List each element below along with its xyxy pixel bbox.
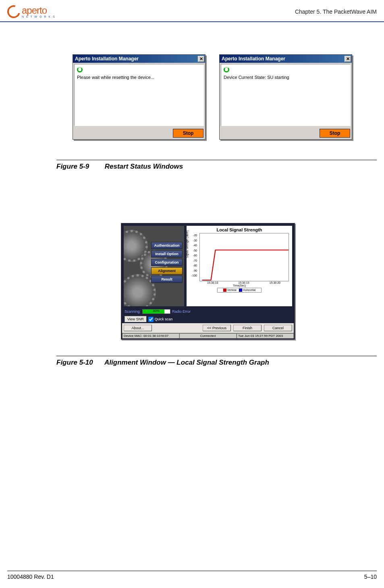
quick-scan-checkbox[interactable]: Quick scan (148, 317, 173, 322)
stop-button[interactable]: Stop (173, 129, 203, 138)
chart-line-icon (200, 233, 289, 281)
titlebar[interactable]: Aperto Installation Manager ✕ (220, 55, 352, 63)
figure-number: Figure 5-10 (56, 359, 103, 367)
dialog-title: Aperto Installation Manager (222, 56, 285, 62)
quick-scan-input[interactable] (148, 317, 154, 322)
close-icon[interactable]: ✕ (198, 56, 204, 62)
restart-dialog-b: Aperto Installation Manager ✕ Device Cur… (219, 54, 352, 140)
dialog-message: Please wait while resetting the device..… (77, 75, 201, 80)
scan-row: Scanning: 80% Radio Error (122, 308, 294, 315)
close-icon[interactable]: ✕ (345, 56, 351, 62)
dialog-message: Device Current State: SU starting (224, 75, 348, 80)
restart-dialog-a: Aperto Installation Manager ✕ Please wai… (73, 54, 205, 140)
figure-5-10-caption: Figure 5-10 Alignment Window — Local Sig… (56, 359, 377, 367)
doc-revision: 10004880 Rev. D1 (7, 574, 54, 580)
stop-button[interactable]: Stop (320, 129, 350, 138)
figure-rule (56, 160, 377, 160)
status-bar: Device MAC: 00:01:36:10:fd:07 Connected … (122, 333, 294, 338)
spinner-icon (224, 67, 229, 72)
figure-rule (56, 356, 377, 356)
nav-authentication[interactable]: Authentication (151, 242, 183, 249)
logo-swoosh-icon (5, 3, 23, 21)
previous-button[interactable]: << Previous (203, 325, 231, 331)
dialog-body: Please wait while resetting the device..… (74, 64, 204, 126)
alignment-window: Authentication Install Option Configurat… (121, 223, 295, 340)
dialog-title: Aperto Installation Manager (75, 56, 139, 62)
nav-result[interactable]: Result (151, 276, 183, 283)
chapter-reference: Chapter 5. The PacketWave AIM (295, 8, 377, 15)
radio-error-label: Radio Error (172, 309, 191, 314)
signal-chart-panel: Local Signal Strength Signal Strength (d… (187, 226, 292, 306)
gear-panel: Authentication Install Option Configurat… (124, 226, 184, 306)
chart-y-label: Signal Strength (dBm) (186, 230, 189, 258)
scan-progress: 80% (142, 309, 170, 314)
chart-y-ticks: -20-30 -40-50 -60-70 -80-90 -100 (191, 233, 197, 279)
status-mac: Device MAC: 00:01:36:10:fd:07 (122, 333, 179, 338)
figure-title: Restart Status Windows (105, 163, 183, 170)
logo-text: aperto (22, 5, 56, 16)
scanning-label: Scanning: (125, 309, 141, 314)
titlebar[interactable]: Aperto Installation Manager ✕ (73, 55, 205, 63)
chart-x-ticks: 15:36:10 15:36:15 15:36:20 (197, 281, 291, 284)
figure-5-9-caption: Figure 5-9 Restart Status Windows (56, 163, 377, 171)
chart-x-label: Time(Sec) (188, 284, 291, 287)
status-connection: Connected (179, 333, 237, 338)
nav-configuration[interactable]: Configuration (151, 259, 183, 266)
cancel-button[interactable]: Cancel (264, 325, 292, 331)
dialog-body: Device Current State: SU starting (221, 64, 351, 126)
about-button[interactable]: About... (124, 325, 152, 331)
logo: aperto N E T W O R K S (7, 5, 56, 18)
logo-subtext: N E T W O R K S (22, 15, 56, 18)
chart-plot-area (199, 233, 289, 281)
spinner-icon (77, 67, 83, 72)
nav-install-option[interactable]: Install Option (151, 250, 183, 258)
figure-number: Figure 5-9 (56, 163, 103, 171)
page-number: 5–10 (364, 574, 377, 580)
legend-swatch-vertical-icon (223, 289, 226, 292)
progress-text: 80% (143, 309, 170, 313)
status-time: Tue Jun 03 15:27:59 PDT 2003 (237, 333, 294, 338)
nav-alignment[interactable]: Alignment (151, 267, 183, 274)
chart-title: Local Signal Strength (188, 227, 291, 232)
page-footer: 10004880 Rev. D1 5–10 (7, 571, 377, 580)
figure-title: Alignment Window — Local Signal Strength… (104, 359, 269, 366)
chart-legend: Vertical Horizontal (217, 288, 262, 293)
page-header: aperto N E T W O R K S Chapter 5. The Pa… (0, 0, 384, 22)
finish-button[interactable]: Finish (233, 325, 262, 331)
view-snr-button[interactable]: View SNR (125, 316, 147, 322)
legend-swatch-horizontal-icon (239, 289, 242, 292)
